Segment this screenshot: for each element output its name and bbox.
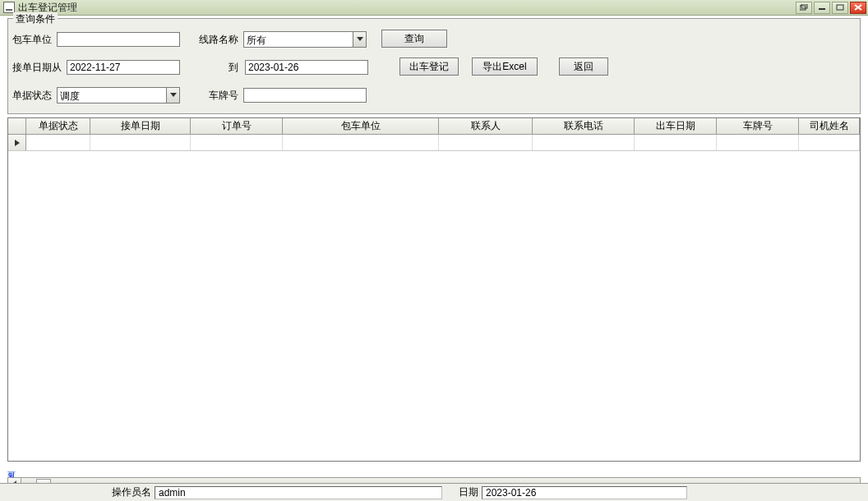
close-button[interactable] [850,2,866,14]
grid-col-contact[interactable]: 联系人 [439,118,533,134]
date-to-label: 到 [225,61,242,75]
date-from-label: 接单日期从 [12,61,67,75]
chevron-down-icon[interactable] [353,32,366,47]
grid-col-driver[interactable]: 司机姓名 [799,118,860,134]
date-from-input[interactable] [67,60,180,75]
maximize-button[interactable] [832,2,848,14]
grid-row-indicator [8,135,26,150]
query-panel: 查询条件 包车单位 线路名称 所有 查询 接单日期从 到 出车登记 导出Exce… [7,18,861,114]
svg-marker-6 [357,37,363,41]
grid-col-order-no[interactable]: 订单号 [191,118,283,134]
status-bar: 操作员名 admin 日期 2023-01-26 [0,483,868,501]
route-label: 线路名称 [199,33,243,47]
titlebar: 出车登记管理 [0,0,868,16]
chevron-down-icon[interactable] [166,88,179,103]
status-select-value: 调度 [60,90,164,103]
grid-col-status[interactable]: 单据状态 [26,118,90,134]
operator-value: admin [155,486,442,499]
route-select[interactable]: 所有 [243,31,367,48]
svg-marker-7 [170,93,177,97]
restore-down-button[interactable] [796,2,812,14]
grid-header: 单据状态 接单日期 订单号 包车单位 联系人 联系电话 出车日期 车牌号 司机姓… [8,118,860,135]
status-label: 单据状态 [12,89,57,103]
grid-empty-row [8,135,860,151]
grid-col-order-date[interactable]: 接单日期 [90,118,191,134]
grid-col-phone[interactable]: 联系电话 [533,118,635,134]
date-value: 2023-01-26 [482,486,687,499]
date-to-input[interactable] [245,60,368,75]
plate-label: 车牌号 [209,89,243,103]
svg-marker-8 [15,140,20,146]
grid-row-selector-header [8,118,26,134]
register-button[interactable]: 出车登记 [399,57,459,76]
query-legend: 查询条件 [13,12,58,26]
app-icon [3,2,15,13]
minimize-button[interactable] [814,2,830,14]
vertical-text-marker: 可复 [7,465,16,477]
grid-col-departure-date[interactable]: 出车日期 [635,118,717,134]
unit-input[interactable] [57,32,180,47]
operator-label: 操作员名 [112,485,151,499]
status-select[interactable]: 调度 [57,87,180,103]
date-label: 日期 [459,485,478,499]
search-button[interactable]: 查询 [381,30,447,48]
export-excel-button[interactable]: 导出Excel [472,57,538,76]
grid-col-unit[interactable]: 包车单位 [283,118,439,134]
back-button[interactable]: 返回 [559,57,608,76]
route-select-value: 所有 [247,34,351,48]
data-grid: 单据状态 接单日期 订单号 包车单位 联系人 联系电话 出车日期 车牌号 司机姓… [7,117,861,462]
unit-label: 包车单位 [12,33,57,47]
grid-col-plate[interactable]: 车牌号 [717,118,799,134]
plate-input[interactable] [243,88,367,103]
svg-rect-3 [837,5,843,10]
